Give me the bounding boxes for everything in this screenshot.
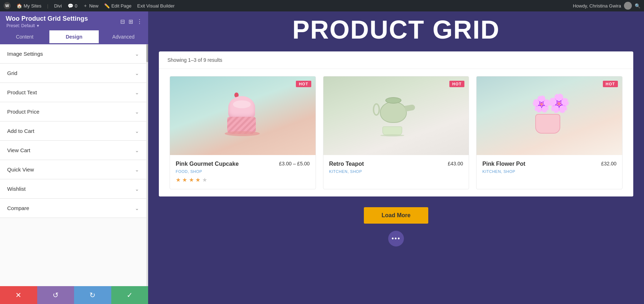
accordion-compare: Compare ⌄ — [0, 199, 146, 218]
settings-panel: Woo Product Grid Settings Preset: Defaul… — [0, 11, 148, 304]
minimize-icon[interactable]: ⊟ — [120, 18, 125, 25]
panel-title: Woo Product Grid Settings — [6, 15, 88, 23]
scroll-track — [146, 44, 148, 286]
plus-icon: ＋ — [83, 3, 88, 9]
results-count: Showing 1–3 of 9 results — [159, 51, 633, 69]
accordion-product-price-header[interactable]: Product Price ⌄ — [0, 102, 146, 121]
accordion-grid-label: Grid — [7, 70, 17, 76]
accordion-grid-header[interactable]: Grid ⌄ — [0, 64, 146, 83]
accordion-add-to-cart-header[interactable]: Add to Cart ⌄ — [0, 121, 146, 140]
accordion-product-text: Product Text ⌄ — [0, 83, 146, 102]
chevron-down-icon: ⌄ — [135, 148, 139, 153]
accordion-view-cart: View Cart ⌄ — [0, 141, 146, 160]
avatar — [624, 2, 632, 10]
chevron-down-icon: ⌄ — [135, 70, 139, 76]
my-sites-link[interactable]: 🏠 My Sites — [16, 3, 42, 9]
product-price: £3.00 – £5.00 — [279, 161, 310, 166]
product-image-teapot: HOT — [323, 76, 469, 155]
divi-link[interactable]: Divi — [54, 3, 62, 9]
expand-icon[interactable]: ⊞ — [128, 18, 133, 25]
tab-content[interactable]: Content — [0, 30, 49, 44]
redo-button[interactable]: ↻ — [74, 286, 111, 304]
chevron-down-icon: ⌄ — [135, 109, 139, 115]
star-5: ★ — [202, 177, 207, 183]
new-link[interactable]: ＋ New — [83, 3, 98, 9]
product-card-body-teapot: Retro Teapot £43.00 KITCHEN, SHOP — [323, 155, 469, 179]
comments-link[interactable]: 💬 0 — [68, 3, 77, 9]
load-more-wrapper: Load More — [148, 204, 644, 231]
admin-bar: W 🏠 My Sites | Divi 💬 0 ＋ New ✏️ Edit Pa… — [0, 0, 644, 11]
scroll-thumb[interactable] — [146, 44, 148, 62]
star-3: ★ — [189, 177, 194, 183]
cancel-button[interactable]: ✕ — [0, 286, 37, 304]
accordion-view-cart-label: View Cart — [7, 147, 30, 153]
load-more-button[interactable]: Load More — [364, 207, 429, 224]
panel-preset[interactable]: Preset: Default ▾ — [6, 23, 88, 28]
panel-header: Woo Product Grid Settings Preset: Defaul… — [0, 11, 148, 30]
admin-bar-right: Howdy, Christina Gwira 🔍 — [573, 2, 640, 10]
panel-tabs: Content Design Advanced — [0, 30, 148, 44]
hot-badge: HOT — [603, 81, 618, 87]
product-price: £43.00 — [448, 161, 463, 166]
star-4: ★ — [195, 177, 200, 183]
product-card-flowerpot: 🌸 🌸 HOT Pink Flower Pot £32.00 KITCHEN, … — [476, 76, 623, 189]
house-icon: 🏠 — [16, 3, 22, 9]
product-image-flowerpot: 🌸 🌸 HOT — [477, 76, 622, 155]
chevron-down-icon: ⌄ — [135, 205, 139, 211]
chevron-down-icon: ⌄ — [135, 186, 139, 192]
accordion-image-settings-header[interactable]: Image Settings ⌄ — [0, 44, 146, 63]
chevron-down-icon: ⌄ — [135, 128, 139, 134]
accordion-quick-view-header[interactable]: Quick View ⌄ — [0, 160, 146, 179]
chevron-down-icon: ⌄ — [135, 167, 139, 173]
page-title: Product Grid — [148, 11, 644, 51]
hot-badge: HOT — [449, 81, 464, 87]
product-card-body-cupcake: Pink Gourmet Cupcake £3.00 – £5.00 FOOD,… — [170, 155, 316, 189]
pencil-icon: ✏️ — [104, 3, 110, 9]
product-name: Retro Teapot — [329, 161, 364, 167]
wp-logo-icon[interactable]: W — [4, 2, 11, 9]
chevron-down-icon: ⌄ — [135, 51, 139, 57]
product-image-cupcake: HOT — [170, 76, 316, 155]
accordion-image-settings-label: Image Settings — [7, 51, 43, 57]
accordion-grid: Grid ⌄ — [0, 64, 146, 83]
accordion-list: Image Settings ⌄ Grid ⌄ Product Text ⌄ — [0, 44, 146, 286]
accordion-product-text-header[interactable]: Product Text ⌄ — [0, 83, 146, 102]
hot-badge: HOT — [296, 81, 311, 87]
tab-design[interactable]: Design — [49, 30, 99, 44]
accordion-wishlist: Wishlist ⌄ — [0, 179, 146, 199]
product-categories: KITCHEN, SHOP — [482, 169, 616, 174]
tab-advanced[interactable]: Advanced — [99, 30, 148, 44]
accordion-product-price: Product Price ⌄ — [0, 102, 146, 121]
accordion-add-to-cart: Add to Cart ⌄ — [0, 121, 146, 141]
accordion-add-to-cart-label: Add to Cart — [7, 128, 34, 134]
accordion-compare-label: Compare — [7, 205, 29, 211]
star-2: ★ — [182, 177, 187, 183]
product-categories: FOOD, SHOP — [176, 169, 310, 174]
product-card-teapot: HOT Retro Teapot £43.00 KITCHEN, SHOP — [323, 76, 469, 189]
more-options-icon[interactable]: ⋮ — [137, 18, 142, 25]
product-categories: KITCHEN, SHOP — [329, 169, 463, 174]
accordion-quick-view: Quick View ⌄ — [0, 160, 146, 179]
save-button[interactable]: ✓ — [111, 286, 148, 304]
product-card-body-flowerpot: Pink Flower Pot £32.00 KITCHEN, SHOP — [477, 155, 622, 179]
edit-page-link[interactable]: ✏️ Edit Page — [104, 3, 131, 9]
undo-button[interactable]: ↺ — [37, 286, 74, 304]
page-content: Product Grid Showing 1–3 of 9 results — [148, 11, 644, 304]
star-1: ★ — [176, 177, 181, 183]
accordion-view-cart-header[interactable]: View Cart ⌄ — [0, 141, 146, 160]
chevron-down-icon: ⌄ — [135, 90, 139, 95]
accordion-product-text-label: Product Text — [7, 89, 37, 95]
accordion-compare-header[interactable]: Compare ⌄ — [0, 199, 146, 218]
product-grid-container: Showing 1–3 of 9 results — [159, 51, 633, 196]
accordion-wishlist-header[interactable]: Wishlist ⌄ — [0, 179, 146, 198]
exit-builder-link[interactable]: Exit Visual Builder — [137, 3, 175, 9]
bottom-toolbar: ✕ ↺ ↻ ✓ — [0, 286, 148, 304]
product-stars: ★ ★ ★ ★ ★ — [176, 176, 310, 183]
search-icon[interactable]: 🔍 — [635, 3, 640, 9]
floating-dots-button[interactable]: ••• — [388, 231, 404, 246]
product-name: Pink Gourmet Cupcake — [176, 161, 239, 167]
product-name: Pink Flower Pot — [482, 161, 525, 167]
comments-icon: 💬 — [68, 3, 73, 9]
product-grid: HOT Pink Gourmet Cupcake £3.00 – £5.00 F… — [159, 69, 633, 196]
accordion-image-settings: Image Settings ⌄ — [0, 44, 146, 64]
